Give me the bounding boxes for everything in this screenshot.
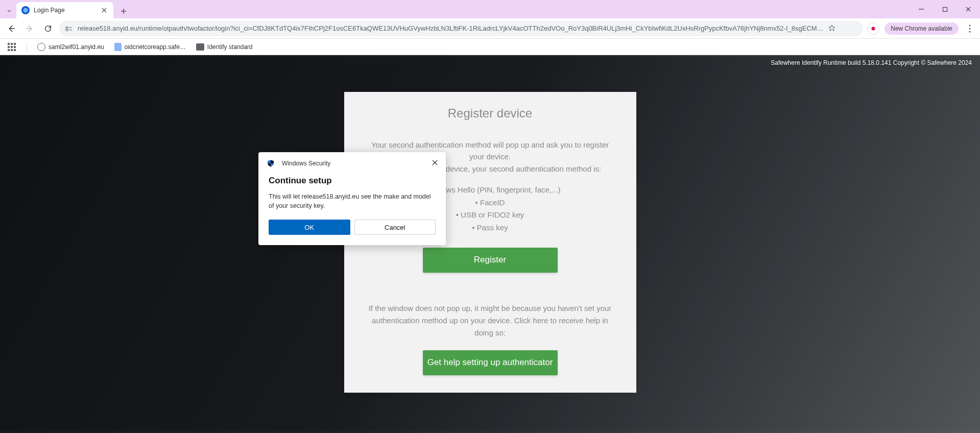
- svg-point-5: [969, 28, 970, 29]
- svg-rect-1: [66, 27, 68, 28]
- svg-rect-13: [8, 49, 10, 51]
- separator: [27, 42, 27, 52]
- svg-rect-12: [14, 46, 16, 48]
- tab-title: Login Page: [34, 7, 96, 14]
- windows-security-dialog: Windows Security Continue setup This wil…: [258, 152, 446, 245]
- extension-icon[interactable]: [867, 22, 879, 35]
- tab-close-button[interactable]: [100, 6, 108, 14]
- svg-rect-10: [8, 46, 10, 48]
- new-chrome-available-button[interactable]: New Chrome available: [885, 22, 959, 35]
- svg-rect-0: [943, 7, 947, 11]
- dialog-header: Windows Security: [282, 160, 330, 167]
- nav-forward-button[interactable]: [22, 21, 37, 36]
- chevron-down-icon: [6, 7, 13, 14]
- dialog-message: This will let release518.anyid.eu see th…: [269, 192, 436, 210]
- minimize-icon: [918, 6, 924, 12]
- bookmark-identify-standard[interactable]: Identify standard: [196, 43, 253, 51]
- apps-grid-button[interactable]: [7, 42, 16, 52]
- dialog-close-button[interactable]: [429, 157, 440, 167]
- close-icon: [965, 6, 971, 12]
- dialog-ok-button[interactable]: OK: [269, 220, 350, 235]
- kebab-icon: [969, 25, 971, 33]
- svg-point-4: [969, 25, 970, 26]
- nav-reload-button[interactable]: [41, 21, 55, 36]
- dialog-cancel-button[interactable]: Cancel: [354, 220, 436, 235]
- get-help-button[interactable]: Get help setting up authenticator: [423, 350, 558, 375]
- bookmark-star-button[interactable]: [828, 24, 837, 33]
- window-maximize-button[interactable]: [933, 0, 957, 18]
- shield-icon: [267, 159, 275, 167]
- site-controls-icon[interactable]: [64, 24, 74, 33]
- svg-rect-15: [14, 49, 16, 51]
- chrome-menu-button[interactable]: [964, 22, 976, 35]
- arrow-right-icon: [25, 24, 34, 33]
- maximize-icon: [942, 7, 948, 12]
- new-tab-button[interactable]: [116, 4, 131, 18]
- svg-rect-14: [11, 49, 13, 51]
- svg-point-3: [872, 27, 875, 30]
- help-text: If the window does not pop up, it might …: [364, 302, 617, 339]
- svg-rect-8: [11, 43, 13, 45]
- svg-point-6: [969, 31, 970, 32]
- plus-icon: [121, 8, 127, 14]
- bookmark-label: Identify standard: [207, 43, 253, 51]
- page-content: Safewhere Identify Runtime build 5.18.0.…: [0, 55, 980, 433]
- card-title: Register device: [364, 106, 617, 121]
- bookmark-label: oidcnetcoreapp.safe…: [125, 43, 186, 51]
- bookmark-saml2wif01[interactable]: saml2wif01.anyid.eu: [37, 43, 104, 51]
- nav-back-button[interactable]: [4, 21, 18, 36]
- close-icon: [432, 160, 438, 165]
- globe-icon: [37, 43, 45, 51]
- window-close-button[interactable]: [957, 0, 980, 18]
- dialog-title: Continue setup: [269, 176, 436, 186]
- url-text: release518.anyid.eu/runtime/otpauth/twof…: [78, 25, 824, 32]
- doc-icon: [114, 43, 122, 51]
- tab-strip: Login Page: [0, 0, 980, 18]
- bookmark-oidcnetcoreapp[interactable]: oidcnetcoreapp.safe…: [114, 43, 186, 51]
- svg-rect-9: [14, 43, 16, 45]
- tab-favicon-icon: [21, 6, 30, 14]
- browser-tab[interactable]: Login Page: [16, 2, 113, 18]
- arrow-left-icon: [7, 24, 16, 33]
- browser-toolbar: release518.anyid.eu/runtime/otpauth/twof…: [0, 18, 980, 39]
- svg-rect-2: [66, 29, 68, 31]
- puzzle-icon: [870, 25, 877, 32]
- svg-rect-11: [11, 46, 13, 48]
- folder-icon: [196, 43, 204, 51]
- reload-icon: [44, 25, 52, 33]
- bookmark-label: saml2wif01.anyid.eu: [49, 43, 104, 51]
- url-bar[interactable]: release518.anyid.eu/runtime/otpauth/twof…: [59, 21, 863, 36]
- star-icon: [828, 24, 836, 32]
- register-button[interactable]: Register: [423, 248, 558, 273]
- tab-search-dropdown[interactable]: [2, 3, 16, 18]
- bookmarks-bar: saml2wif01.anyid.eu oidcnetcoreapp.safe……: [0, 39, 980, 55]
- close-icon: [102, 8, 107, 13]
- copyright-text: Safewhere Identify Runtime build 5.18.0.…: [771, 59, 972, 66]
- svg-rect-7: [8, 43, 10, 45]
- window-minimize-button[interactable]: [910, 0, 933, 18]
